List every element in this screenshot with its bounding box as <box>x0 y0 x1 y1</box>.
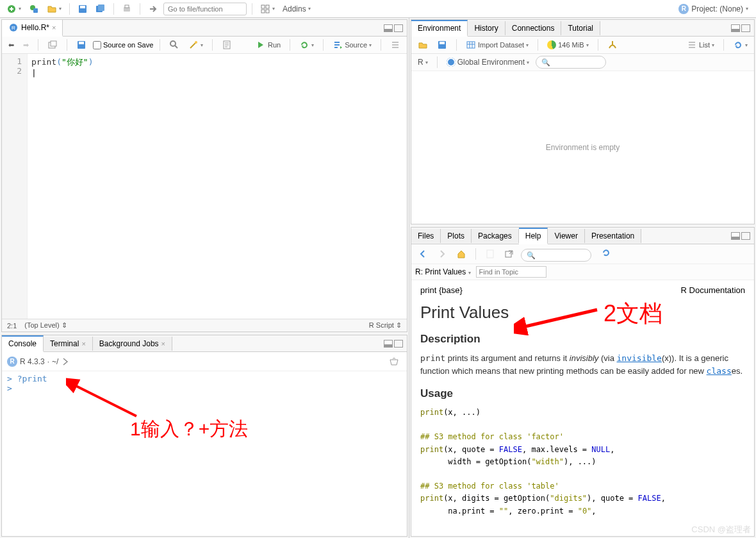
close-icon[interactable]: × <box>52 24 56 31</box>
back-button[interactable]: ⬅ <box>6 40 17 51</box>
source-on-save-checkbox[interactable]: Source on Save <box>93 41 153 49</box>
clear-objects-button[interactable] <box>605 38 620 51</box>
list-view-button[interactable]: List ▾ <box>684 38 717 51</box>
help-section-usage: Usage <box>420 387 745 400</box>
help-pane: Files Plots Packages Help Viewer Present… <box>411 227 755 537</box>
new-project-button[interactable] <box>26 3 42 15</box>
find-button[interactable] <box>167 38 182 51</box>
forward-button[interactable]: ➡ <box>21 40 31 51</box>
svg-rect-24 <box>440 42 445 44</box>
tab-tutorial[interactable]: Tutorial <box>561 21 600 35</box>
help-pkg-header: print {base} <box>420 285 463 295</box>
editor-body[interactable]: 1 2 print("你好") | <box>2 54 407 319</box>
refresh-env-button[interactable]: ▾ <box>730 38 750 51</box>
clear-console-button[interactable] <box>386 355 402 367</box>
save-workspace-button[interactable] <box>434 38 450 51</box>
print-button[interactable] <box>119 3 135 15</box>
new-file-button[interactable]: ▾ <box>4 3 24 15</box>
tab-console[interactable]: Console <box>2 335 44 352</box>
save-all-button[interactable] <box>93 3 108 15</box>
save-button[interactable] <box>75 3 90 15</box>
line-gutter: 1 2 <box>2 54 28 319</box>
help-search-input[interactable] <box>521 249 591 262</box>
goto-dir-icon[interactable] <box>61 357 71 367</box>
project-label: Project: (None) <box>691 4 743 13</box>
show-in-new-window[interactable] <box>45 38 60 51</box>
tab-label: Hello.R* <box>21 23 49 32</box>
maximize-button[interactable] <box>741 232 750 240</box>
help-popup-button[interactable] <box>502 248 517 260</box>
tab-connections[interactable]: Connections <box>505 21 562 35</box>
help-title: Print Values <box>420 303 745 323</box>
find-in-topic-input[interactable] <box>476 266 546 278</box>
help-home-button[interactable] <box>454 248 469 260</box>
grid-button[interactable]: ▾ <box>258 3 277 15</box>
env-search-input[interactable] <box>536 56 606 69</box>
minimize-button[interactable] <box>731 24 740 32</box>
run-button[interactable]: Run <box>253 38 283 51</box>
help-print-button[interactable] <box>482 248 498 260</box>
tab-files[interactable]: Files <box>411 229 441 243</box>
svg-rect-28 <box>505 251 511 257</box>
import-dataset-button[interactable]: Import Dataset ▾ <box>463 38 531 51</box>
help-description-text: print prints its argument and returns it… <box>420 352 745 377</box>
env-empty-message: Environment is empty <box>411 71 754 224</box>
help-usage-code: print(x, ...) ## S3 method for class 'fa… <box>420 407 745 517</box>
help-breadcrumb[interactable]: R: Print Values ▾ <box>415 267 471 276</box>
link-invisible[interactable]: invisible <box>616 353 661 363</box>
tab-environment[interactable]: Environment <box>411 20 468 37</box>
tab-presentation[interactable]: Presentation <box>585 229 641 243</box>
tab-background-jobs[interactable]: Background Jobs× <box>93 337 172 351</box>
source-button[interactable]: Source ▾ <box>330 38 374 51</box>
open-file-button[interactable]: ▾ <box>44 3 64 15</box>
maximize-button[interactable] <box>741 24 750 32</box>
minimize-button[interactable] <box>384 24 393 32</box>
goto-icon[interactable] <box>145 3 161 15</box>
outline-button[interactable] <box>388 38 403 51</box>
help-breadcrumb-bar: R: Print Values ▾ <box>411 264 754 280</box>
help-back-button[interactable] <box>415 248 431 260</box>
tab-help[interactable]: Help <box>519 228 548 244</box>
tab-viewer[interactable]: Viewer <box>548 229 584 243</box>
compile-button[interactable] <box>219 38 234 51</box>
tab-terminal[interactable]: Terminal× <box>44 337 93 351</box>
console-body[interactable]: > ?print > 1输入？+方法 <box>2 371 407 536</box>
pie-icon <box>547 40 556 49</box>
link-class[interactable]: class <box>707 366 732 376</box>
tab-plots[interactable]: Plots <box>441 229 472 243</box>
refresh-help-button[interactable] <box>598 246 614 259</box>
svg-rect-16 <box>51 41 56 46</box>
r-scope-selector[interactable]: R ▾ <box>415 56 431 68</box>
close-icon[interactable]: × <box>161 340 165 348</box>
scope-selector[interactable]: (Top Level) ⇕ <box>24 321 67 330</box>
minimize-button[interactable] <box>731 232 740 240</box>
addins-button[interactable]: Addins ▾ <box>280 3 313 15</box>
svg-rect-25 <box>467 42 475 48</box>
svg-rect-18 <box>79 42 84 44</box>
memory-usage[interactable]: 146 MiB ▾ <box>545 39 591 51</box>
project-selector[interactable]: R Project: (None) ▾ <box>678 4 752 14</box>
working-dir: ~/ <box>52 357 58 366</box>
maximize-button[interactable] <box>394 24 403 32</box>
help-forward-button[interactable] <box>434 248 450 260</box>
close-icon[interactable]: × <box>81 340 85 348</box>
code-area[interactable]: print("你好") | <box>28 54 407 319</box>
cursor-position: 2:1 <box>7 322 17 330</box>
svg-rect-6 <box>98 4 104 11</box>
global-env-selector[interactable]: Global Environment ▾ <box>444 56 532 68</box>
help-section-description: Description <box>420 333 745 346</box>
load-workspace-button[interactable] <box>415 38 431 51</box>
wand-button[interactable]: ▾ <box>186 38 206 51</box>
goto-input[interactable] <box>163 3 247 15</box>
help-content[interactable]: print {base} R Documentation Print Value… <box>411 280 754 536</box>
rerun-button[interactable]: ▾ <box>297 38 316 51</box>
tab-packages[interactable]: Packages <box>472 229 519 243</box>
minimize-button[interactable] <box>384 340 393 348</box>
script-type-selector[interactable]: R Script ⇕ <box>369 321 402 330</box>
source-tabs: R Hello.R* × <box>2 20 407 37</box>
maximize-button[interactable] <box>394 340 403 348</box>
env-toolbar: Import Dataset ▾ 146 MiB ▾ List ▾ ▾ <box>411 37 754 54</box>
tab-history[interactable]: History <box>468 21 505 35</box>
tab-hello-r[interactable]: R Hello.R* × <box>2 20 63 37</box>
save-source-button[interactable] <box>74 38 89 51</box>
